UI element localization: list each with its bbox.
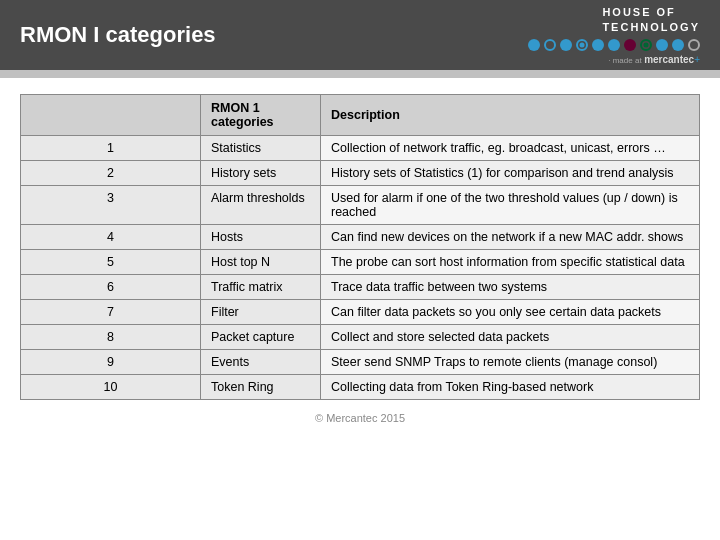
main-content: RMON 1 categories Description 1Statistic… — [0, 78, 720, 440]
row-num: 2 — [21, 161, 201, 186]
row-num: 10 — [21, 375, 201, 400]
table-row: 4HostsCan find new devices on the networ… — [21, 225, 700, 250]
row-category: Filter — [201, 300, 321, 325]
table-row: 5Host top NThe probe can sort host infor… — [21, 250, 700, 275]
dot-5 — [592, 39, 604, 51]
table-header-row: RMON 1 categories Description — [21, 95, 700, 136]
row-num: 1 — [21, 136, 201, 161]
col-cat-header: RMON 1 categories — [201, 95, 321, 136]
row-category: History sets — [201, 161, 321, 186]
col-desc-header: Description — [321, 95, 700, 136]
row-description: History sets of Statistics (1) for compa… — [321, 161, 700, 186]
dot-11 — [688, 39, 700, 51]
row-num: 8 — [21, 325, 201, 350]
dot-9 — [656, 39, 668, 51]
table-row: 2History setsHistory sets of Statistics … — [21, 161, 700, 186]
row-description: Used for alarm if one of the two thresho… — [321, 186, 700, 225]
header-divider — [0, 70, 720, 78]
table-row: 9EventsSteer send SNMP Traps to remote c… — [21, 350, 700, 375]
row-description: Collecting data from Token Ring-based ne… — [321, 375, 700, 400]
dot-6 — [608, 39, 620, 51]
row-category: Hosts — [201, 225, 321, 250]
dot-1 — [528, 39, 540, 51]
page-footer: © Mercantec 2015 — [20, 412, 700, 424]
table-row: 10Token RingCollecting data from Token R… — [21, 375, 700, 400]
logo-area: HOUSE OF TECHNOLOGY · made at mercantec+ — [528, 5, 700, 66]
footer-text: © Mercantec 2015 — [315, 412, 405, 424]
dot-4 — [576, 39, 588, 51]
row-category: Token Ring — [201, 375, 321, 400]
row-num: 4 — [21, 225, 201, 250]
row-category: Statistics — [201, 136, 321, 161]
row-description: Can filter data packets so you only see … — [321, 300, 700, 325]
table-row: 6Traffic matrixTrace data traffic betwee… — [21, 275, 700, 300]
row-num: 3 — [21, 186, 201, 225]
row-description: Can find new devices on the network if a… — [321, 225, 700, 250]
logo-brand: · made at mercantec+ — [608, 54, 700, 65]
rmon-table: RMON 1 categories Description 1Statistic… — [20, 94, 700, 400]
row-description: Steer send SNMP Traps to remote clients … — [321, 350, 700, 375]
dot-10 — [672, 39, 684, 51]
table-row: 7FilterCan filter data packets so you on… — [21, 300, 700, 325]
table-row: 8Packet captureCollect and store selecte… — [21, 325, 700, 350]
row-description: The probe can sort host information from… — [321, 250, 700, 275]
row-description: Trace data traffic between two systems — [321, 275, 700, 300]
dot-2 — [544, 39, 556, 51]
dot-7 — [624, 39, 636, 51]
table-row: 1StatisticsCollection of network traffic… — [21, 136, 700, 161]
row-category: Events — [201, 350, 321, 375]
row-num: 6 — [21, 275, 201, 300]
row-num: 9 — [21, 350, 201, 375]
row-category: Host top N — [201, 250, 321, 275]
table-row: 3Alarm thresholdsUsed for alarm if one o… — [21, 186, 700, 225]
logo-text: HOUSE OF TECHNOLOGY — [602, 5, 700, 36]
row-description: Collection of network traffic, eg. broad… — [321, 136, 700, 161]
col-num-header — [21, 95, 201, 136]
dot-8 — [640, 39, 652, 51]
dot-3 — [560, 39, 572, 51]
row-category: Alarm thresholds — [201, 186, 321, 225]
page-title: RMON I categories — [20, 22, 216, 48]
logo-dots — [528, 39, 700, 51]
page-header: RMON I categories HOUSE OF TECHNOLOGY · … — [0, 0, 720, 70]
row-num: 7 — [21, 300, 201, 325]
row-category: Traffic matrix — [201, 275, 321, 300]
row-category: Packet capture — [201, 325, 321, 350]
row-num: 5 — [21, 250, 201, 275]
row-description: Collect and store selected data packets — [321, 325, 700, 350]
